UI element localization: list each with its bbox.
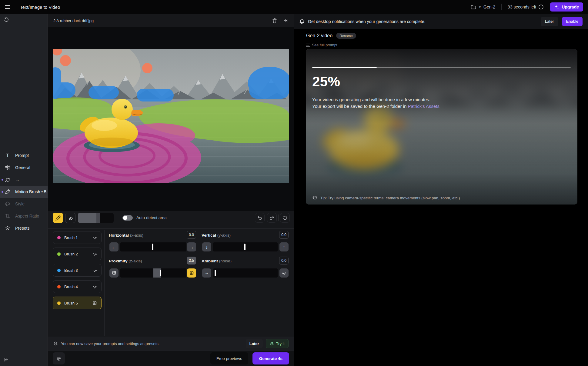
brush-color-dot bbox=[57, 236, 61, 239]
horizontal-value[interactable]: 0.0 bbox=[187, 231, 196, 239]
brush-tool-button[interactable] bbox=[53, 213, 63, 223]
horizontal-left-button[interactable]: ← bbox=[109, 242, 119, 251]
rename-button[interactable]: Rename bbox=[336, 33, 356, 39]
brush-5-item[interactable]: Brush 5 bbox=[53, 297, 102, 309]
proximity-away-button[interactable] bbox=[109, 268, 119, 278]
notification-enable-button[interactable]: Enable bbox=[562, 17, 583, 26]
presets-later-button[interactable]: Later bbox=[246, 339, 263, 348]
flow-lines-icon bbox=[56, 356, 62, 361]
collapse-sidebar-icon[interactable] bbox=[4, 358, 8, 362]
layers-icon bbox=[270, 342, 274, 346]
image-canvas[interactable] bbox=[48, 27, 294, 211]
presets-banner-text: You can now save your prompts and settin… bbox=[61, 341, 159, 346]
file-actions bbox=[272, 18, 289, 23]
presets-try-it-button[interactable]: Try it bbox=[266, 339, 289, 348]
brush-3-item[interactable]: Brush 3 bbox=[53, 264, 102, 277]
vertical-value[interactable]: 0.0 bbox=[279, 231, 289, 239]
toggle-knob bbox=[123, 216, 127, 220]
redo-icon bbox=[269, 216, 274, 220]
brush-name: Brush 2 bbox=[64, 252, 78, 256]
sidebar-item-label: Motion Brush • 5 bbox=[15, 189, 46, 194]
folder-icon bbox=[471, 5, 476, 9]
eraser-tool-button[interactable] bbox=[65, 213, 75, 223]
trash-icon[interactable] bbox=[272, 18, 277, 23]
notification-later-button[interactable]: Later bbox=[541, 17, 558, 26]
sidebar-item-presets[interactable]: Presets bbox=[0, 222, 48, 234]
sidebar-item-motion-brush[interactable]: Motion Brush • 5 bbox=[0, 186, 48, 198]
editor-footer: Free previews Generate 4s bbox=[48, 351, 294, 366]
hamburger-menu-icon[interactable] bbox=[5, 5, 10, 9]
brush-color-dot bbox=[57, 252, 61, 256]
sidebar-item-prompt[interactable]: T Prompt bbox=[0, 149, 48, 161]
upgrade-button[interactable]: Upgrade bbox=[550, 2, 583, 12]
model-selector[interactable]: ▼ Gen-2 bbox=[471, 5, 495, 9]
free-previews-button[interactable]: Free previews bbox=[210, 352, 248, 364]
camera-motion-icon bbox=[5, 177, 11, 182]
horizontal-thumb[interactable] bbox=[152, 244, 153, 250]
auto-detect-label: Auto-detect area bbox=[136, 215, 167, 220]
generation-preview-card[interactable]: 25% Your video is generating and will be… bbox=[306, 49, 577, 205]
bell-icon bbox=[299, 19, 304, 24]
horizontal-right-button[interactable]: → bbox=[187, 242, 196, 251]
ambient-slider[interactable] bbox=[213, 268, 278, 278]
progress-fill bbox=[312, 67, 377, 68]
brush-2-item[interactable]: Brush 2 bbox=[53, 248, 102, 260]
topbar-divider bbox=[15, 4, 15, 10]
brush-name: Brush 4 bbox=[64, 284, 78, 289]
top-bar: Text/Image to Video ▼ Gen-2 93 seconds l… bbox=[0, 0, 588, 14]
brush-size-thumb[interactable] bbox=[96, 213, 100, 223]
proximity-icon bbox=[92, 301, 97, 305]
vertical-up-button[interactable]: ↑ bbox=[279, 242, 289, 251]
horizontal-slider-label: Horizontal (x-axis) bbox=[109, 233, 143, 238]
undo-button[interactable] bbox=[255, 213, 265, 223]
sliders-icon bbox=[5, 165, 11, 170]
sidebar-item-aspect-ratio[interactable]: Aspect Ratio bbox=[0, 210, 48, 222]
status-line-1: Your video is generating and will be don… bbox=[312, 97, 430, 102]
proximity-slider[interactable] bbox=[120, 268, 186, 278]
auto-detect-toggle[interactable] bbox=[122, 215, 133, 221]
proximity-thumb[interactable] bbox=[160, 270, 161, 276]
brush-color-dot bbox=[57, 301, 61, 305]
ambient-value[interactable]: 0.0 bbox=[279, 257, 289, 265]
proximity-toward-button[interactable] bbox=[187, 268, 196, 278]
see-full-prompt-link[interactable]: See full prompt bbox=[306, 43, 337, 47]
status-line-2: Your export will be saved to the Gen-2 f… bbox=[312, 104, 439, 109]
brush-4-item[interactable]: Brush 4 bbox=[53, 280, 102, 293]
progress-percent: 25% bbox=[312, 73, 340, 90]
brush-1-item[interactable]: Brush 1 bbox=[53, 231, 102, 244]
eraser-icon bbox=[68, 215, 73, 221]
sidebar: T Prompt General → Mo bbox=[0, 14, 48, 366]
motion-settings-button[interactable] bbox=[53, 352, 65, 364]
info-icon[interactable] bbox=[539, 5, 543, 9]
brush-size-slider[interactable] bbox=[78, 213, 114, 223]
collapse-right-icon[interactable] bbox=[283, 18, 289, 23]
sidebar-item-style[interactable]: Style bbox=[0, 198, 48, 210]
wave-icon bbox=[92, 236, 97, 240]
sidebar-item-general[interactable]: General bbox=[0, 161, 48, 174]
reset-strokes-button[interactable] bbox=[280, 213, 290, 223]
tip-row: Tip: Try using camera-specific terms: ca… bbox=[312, 196, 460, 200]
wave-icon bbox=[92, 285, 97, 289]
vertical-thumb[interactable] bbox=[244, 244, 246, 250]
sidebar-item-label: General bbox=[15, 165, 30, 170]
generate-button[interactable]: Generate 4s bbox=[252, 352, 289, 364]
sidebar-item-label: Style bbox=[15, 201, 25, 206]
assets-link[interactable]: Patrick's Assets bbox=[408, 104, 439, 109]
proximity-value[interactable]: 2.5 bbox=[187, 257, 196, 265]
ambient-min-button[interactable]: ~ bbox=[202, 268, 211, 278]
redo-button[interactable] bbox=[267, 213, 277, 223]
brush-icon bbox=[5, 189, 11, 194]
output-panel: Get desktop notifications when your gene… bbox=[294, 14, 588, 366]
generation-header: Gen-2 video Rename bbox=[306, 33, 356, 39]
ambient-thumb[interactable] bbox=[215, 270, 216, 276]
sidebar-item-camera-motion[interactable]: → bbox=[0, 174, 48, 186]
horizontal-slider[interactable] bbox=[120, 242, 186, 251]
canvas-image[interactable] bbox=[53, 49, 289, 183]
ambient-max-button[interactable] bbox=[279, 268, 289, 278]
session-reset-icon[interactable] bbox=[4, 17, 9, 22]
vertical-down-button[interactable]: ↓ bbox=[202, 242, 211, 251]
notification-text: Get desktop notifications when your gene… bbox=[308, 19, 426, 24]
sidebar-item-label: Prompt bbox=[15, 153, 29, 158]
sparkle-icon bbox=[554, 5, 559, 9]
vertical-slider[interactable] bbox=[213, 242, 278, 251]
